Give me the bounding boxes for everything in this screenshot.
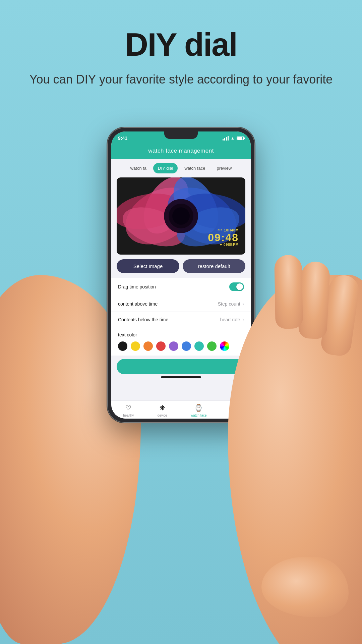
- wifi-icon: ▲: [231, 136, 235, 141]
- settings-section: Drag time position content above time St…: [111, 278, 251, 327]
- finger-right-3: [274, 255, 303, 329]
- header-section: DIY dial You can DIY your favorite style…: [0, 0, 362, 89]
- contents-below-value: heart rate: [220, 317, 240, 322]
- content-above-time-row[interactable]: content above time Step count ›: [111, 296, 251, 312]
- app-header-title: watch face management: [148, 148, 214, 154]
- select-image-button[interactable]: Select Image: [117, 259, 179, 273]
- nav-device[interactable]: ❋ device: [158, 404, 167, 417]
- color-blue[interactable]: [182, 341, 191, 351]
- nav-watch-face[interactable]: ⌚ watch face: [191, 404, 207, 417]
- device-icon: ❋: [158, 404, 167, 412]
- signal-icon: [223, 136, 229, 141]
- drag-time-label: Drag time position: [118, 284, 156, 289]
- color-rainbow-picker[interactable]: [220, 341, 229, 351]
- app-header: watch face management: [111, 145, 251, 159]
- drag-time-position-row: Drag time position: [111, 278, 251, 296]
- page-title: DIY dial: [0, 27, 362, 62]
- tab-bar: watch fa DIY dial watch face preview: [111, 159, 251, 177]
- color-purple[interactable]: [169, 341, 178, 351]
- svg-point-10: [172, 207, 190, 225]
- text-color-section: text color: [111, 327, 251, 356]
- chevron-right-icon: ›: [242, 301, 244, 307]
- nav-healthy-label: healthy: [123, 414, 134, 417]
- color-black[interactable]: [118, 341, 127, 351]
- tab-watch-face[interactable]: watch face: [180, 163, 210, 173]
- color-red[interactable]: [156, 341, 166, 351]
- contents-below-time-row[interactable]: Contents below the time heart rate ›: [111, 312, 251, 327]
- bottom-confirm-button[interactable]: [117, 359, 245, 374]
- tab-diy-dial[interactable]: DIY dial: [153, 163, 178, 173]
- healthy-icon: ♡: [124, 404, 133, 412]
- status-bar: 9:41 ▲: [111, 131, 251, 145]
- color-yellow[interactable]: [131, 341, 140, 351]
- color-teal[interactable]: [194, 341, 204, 351]
- watch-time-overlay: ᶻᶻᶻ 10H48M 09:48 ♥ 098BPM: [208, 228, 239, 247]
- drag-time-toggle[interactable]: [229, 282, 244, 291]
- contents-below-label: Contents below the time: [118, 317, 168, 322]
- color-swatches: [118, 341, 244, 351]
- battery-icon: [237, 137, 244, 140]
- content-above-label: content above time: [118, 301, 158, 307]
- color-orange[interactable]: [143, 341, 153, 351]
- phone-mockup: 9:41 ▲ watch face management: [107, 127, 255, 423]
- color-green[interactable]: [207, 341, 217, 351]
- action-buttons: Select Image restore default: [117, 259, 245, 273]
- nav-healthy[interactable]: ♡ healthy: [123, 404, 134, 417]
- nav-watch-face-label: watch face: [191, 414, 207, 417]
- nav-device-label: device: [158, 414, 167, 417]
- watch-face-icon: ⌚: [194, 404, 203, 412]
- text-color-label: text color: [118, 332, 244, 337]
- phone-frame: 9:41 ▲ watch face management: [107, 127, 255, 423]
- chevron-right-icon-2: ›: [242, 317, 244, 323]
- watch-preview: ᶻᶻᶻ 10H48M 09:48 ♥ 098BPM: [117, 177, 245, 255]
- tab-watch-fa[interactable]: watch fa: [126, 163, 151, 173]
- finger-right-2: [298, 261, 330, 339]
- content-above-value: Step count: [218, 301, 240, 307]
- home-indicator: [161, 376, 201, 378]
- status-time: 9:41: [118, 136, 127, 141]
- status-icons: ▲: [223, 136, 244, 141]
- watch-time-main: 09:48: [208, 232, 239, 243]
- page-subtitle: You can DIY your favorite style accordin…: [0, 70, 362, 89]
- phone-screen: 9:41 ▲ watch face management: [111, 131, 251, 419]
- restore-default-button[interactable]: restore default: [183, 259, 245, 273]
- tab-preview[interactable]: preview: [212, 163, 237, 173]
